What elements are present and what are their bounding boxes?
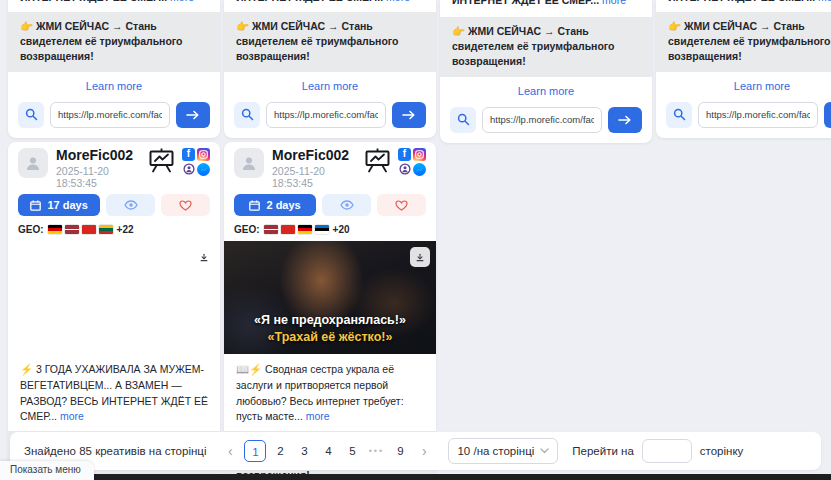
eye-icon (124, 200, 138, 210)
geo-row: GEO: +22 (8, 218, 220, 241)
per-page-select[interactable]: 10 /на сторінці (448, 438, 558, 464)
days-running-button[interactable]: 2 days (234, 194, 316, 216)
page-button-2[interactable]: 2 (270, 440, 290, 462)
search-button[interactable] (18, 102, 44, 128)
goto-label: Перейти на (572, 445, 634, 457)
arrow-right-icon (402, 110, 416, 120)
page-button-3[interactable]: 3 (294, 440, 314, 462)
geo-more-count: +22 (117, 224, 134, 235)
search-button[interactable] (234, 102, 260, 128)
preview-button[interactable] (322, 194, 371, 216)
ad-card-partial-1: ИНТЕРНЕТ ЖДЁТ ЕЁ СМЕР... more 👉 ЖМИ СЕЙЧ… (8, 0, 220, 138)
heart-icon (179, 200, 192, 211)
profile-meta: MoreFic002 2025-11-20 18:53:45 (272, 148, 356, 189)
page-button-1[interactable]: 1 (244, 440, 266, 462)
card-column-2: ИНТЕРНЕТ ЖДЁТ ЕЁ СМЕР... more 👉 ЖМИ СЕЙЧ… (224, 0, 436, 480)
show-menu-button[interactable]: Показать меню (0, 461, 94, 480)
search-icon (25, 108, 38, 121)
ad-creative-image (8, 241, 220, 354)
open-url-button[interactable] (824, 102, 831, 128)
presentation-chart-icon[interactable] (364, 148, 391, 173)
page-button-5[interactable]: 5 (342, 440, 362, 462)
card-column-3: ИНТЕРНЕТ ЖДЁТ ЕЁ СМЕР... more 👉 ЖМИ СЕЙЧ… (440, 0, 652, 147)
learn-more-link[interactable]: Learn more (8, 72, 220, 97)
ad-body-text: ⚡ 3 ГОДА УХАЖИВАЛА ЗА МУЖЕМ-ВЕГЕТАТИВЦЕМ… (8, 354, 220, 431)
cta-text: 👉 ЖМИ СЕЙЧАС → Стань свидетелем её триум… (8, 12, 220, 72)
goto-page-input[interactable] (642, 439, 692, 463)
clipped-text-line: ИНТЕРНЕТ ЖДЁТ ЕЁ СМЕР... more (8, 0, 220, 3)
open-url-button[interactable] (176, 102, 210, 128)
instagram-icon (197, 148, 210, 161)
profile-row: MoreFic002 2025-11-20 18:53:45 f (8, 142, 220, 191)
cta-text: 👉 ЖМИ СЕЙЧАС → Стань свидетелем её триум… (440, 17, 652, 77)
more-link[interactable]: more (60, 410, 84, 422)
ad-card-1: MoreFic002 2025-11-20 18:53:45 f 17 (8, 142, 220, 480)
download-icon (416, 252, 424, 263)
landing-url-input[interactable] (482, 107, 602, 133)
search-button[interactable] (450, 107, 476, 133)
next-page-button[interactable]: › (414, 440, 434, 462)
image-overlay-text: «Я не предохранялась!» «Трахай её жёстко… (224, 312, 436, 346)
profile-datetime: 2025-11-20 18:53:45 (56, 165, 140, 189)
platform-icons: f (182, 148, 210, 176)
download-image-button[interactable] (194, 247, 214, 267)
audience-network-icon (398, 163, 411, 176)
download-image-button[interactable] (410, 247, 430, 267)
cta-text: 👉 ЖМИ СЕЙЧАС → Стань свидетелем её триум… (224, 12, 436, 72)
ad-card-2: MoreFic002 2025-11-20 18:53:45 f 2 (224, 142, 436, 480)
preview-button[interactable] (106, 194, 155, 216)
flag-lt-icon (99, 225, 113, 234)
landing-url-input[interactable] (698, 102, 818, 128)
search-icon (241, 108, 254, 121)
search-icon (673, 108, 686, 121)
facebook-icon: f (398, 148, 411, 161)
presentation-chart-icon[interactable] (148, 148, 175, 173)
overlay-line-2: «Трахай её жёстко!» (224, 329, 436, 346)
flag-de-icon (48, 225, 62, 234)
ad-card-partial-3: ИНТЕРНЕТ ЖДЁТ ЕЁ СМЕР... more 👉 ЖМИ СЕЙЧ… (440, 0, 652, 143)
results-count-text: Знайдено 85 креативів на сторінці (24, 445, 206, 457)
landing-url-input[interactable] (266, 102, 386, 128)
flag-lv-icon (264, 225, 278, 234)
person-icon (24, 154, 42, 172)
facebook-icon: f (182, 148, 195, 161)
landing-url-input[interactable] (50, 102, 170, 128)
learn-more-link[interactable]: Learn more (440, 77, 652, 102)
prev-page-button[interactable]: ‹ (220, 440, 240, 462)
ad-creative-image: «Я не предохранялась!» «Трахай её жёстко… (224, 241, 436, 354)
avatar (234, 148, 264, 178)
pagination-bar: Знайдено 85 креативів на сторінці ‹ 1 2 … (10, 432, 821, 470)
favorite-button[interactable] (377, 194, 426, 216)
per-page-value: 10 /на сторінці (457, 445, 534, 457)
days-running-button[interactable]: 17 days (18, 194, 100, 216)
profile-icons: f (148, 148, 210, 176)
open-url-button[interactable] (608, 107, 642, 133)
flag-red-icon (82, 225, 96, 234)
messenger-icon (413, 163, 426, 176)
eye-icon (340, 200, 354, 210)
messenger-icon (197, 163, 210, 176)
card-actions: 2 days (224, 191, 436, 218)
open-url-button[interactable] (392, 102, 426, 128)
clipped-text-line: ИНТЕРНЕТ ЖДЁТ ЕЁ СМЕР... more (656, 0, 831, 3)
learn-more-link[interactable]: Learn more (224, 72, 436, 97)
url-row (656, 97, 831, 138)
page-button-last[interactable]: 9 (390, 440, 410, 462)
pagination-ellipsis[interactable]: ••• (366, 446, 386, 456)
profile-name: MoreFic002 (56, 148, 140, 163)
profile-row: MoreFic002 2025-11-20 18:53:45 f (224, 142, 436, 191)
geo-flags (264, 225, 329, 234)
geo-row: GEO: +20 (224, 218, 436, 241)
flag-de-icon (298, 225, 312, 234)
search-button[interactable] (666, 102, 692, 128)
page-button-4[interactable]: 4 (318, 440, 338, 462)
pagination-nav: ‹ 1 2 3 4 5 ••• 9 › (220, 440, 434, 462)
ad-card-partial-4: ИНТЕРНЕТ ЖДЁТ ЕЁ СМЕР... more 👉 ЖМИ СЕЙЧ… (656, 0, 831, 138)
goto-suffix: сторінку (700, 445, 744, 457)
learn-more-link[interactable]: Learn more (656, 72, 831, 97)
flag-red-icon (281, 225, 295, 234)
card-actions: 17 days (8, 191, 220, 218)
person-icon (240, 154, 258, 172)
more-link[interactable]: more (306, 410, 330, 422)
favorite-button[interactable] (161, 194, 210, 216)
